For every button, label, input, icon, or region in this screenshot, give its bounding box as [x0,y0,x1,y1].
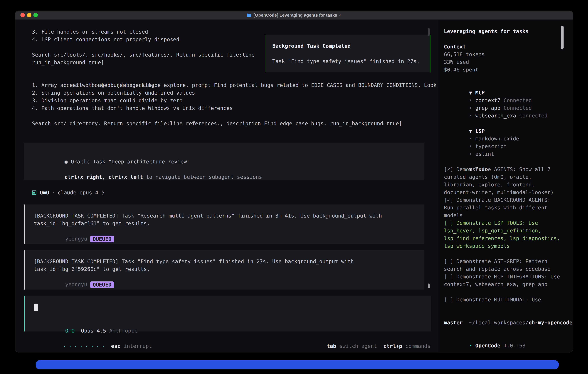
task-user: yeongyu [65,281,87,287]
titlebar[interactable]: [OpenCode] Leveraging agents for tasks ◐ [15,11,573,20]
task-message-line: [BACKGROUND TASK COMPLETED] Task "Resear… [34,212,424,219]
esc-keycap: esc [111,343,121,349]
model-selector-row[interactable]: OmOOpus 4.5Anthropic [34,319,137,327]
status-badge: QUEUED [90,281,114,288]
status-bar: · · · · · · · ·escinterrupt tabswitch ag… [15,334,438,342]
traffic-lights [21,11,38,20]
chat-scrollbar-thumb-lower[interactable] [428,283,430,288]
input-model-name: Opus 4.5 [81,328,106,334]
bullet-icon: • [469,136,472,142]
toast-title: Background Task Completed [272,42,430,50]
esc-key-label: interrupt [124,343,152,349]
mcp-name: context7 [475,97,500,103]
lsp-heading: LSP [475,128,485,134]
bullet-icon: • [469,143,472,149]
chevron-down-icon: ▼ [469,128,472,134]
todo-item: [ ] Demonstrate MULTIMODAL: Use [444,296,560,303]
log-line: 4. LSP client connections not properly d… [32,36,255,43]
window-title: [OpenCode] Leveraging agents for tasks ◐ [247,13,342,18]
log-line: 3. File handles or streams not closed [32,28,255,36]
bullet-icon: • [469,113,472,119]
lsp-name: typescript [475,143,507,149]
close-button[interactable] [21,13,25,17]
oracle-hint: ctrl+x right, ctrl+x left to navigate be… [33,166,424,173]
lsp-name: markdown-oxide [475,136,519,142]
minimize-button[interactable] [27,13,32,17]
tool-call-block: ⚙call_omo_agent [subagent_type=explore, … [32,74,449,127]
ctrlp-keycap: ctrl+p [383,343,402,349]
task-meta-row: yeongyuQUEUED [34,227,424,235]
toast-notification[interactable]: Background Task Completed Task "Find typ… [265,35,430,72]
log-line: Search src/tools/, src/hooks/, src/featu… [32,51,255,59]
mcp-section-header[interactable]: ▼MCP [444,81,560,89]
agent-header: OmO · claude-opus-4-5 [32,189,105,197]
context-spent: $0.46 spent [444,66,560,73]
ctrlp-key-label: commands [405,343,430,349]
agent-name: OmO [40,190,49,196]
workspace-path-prefix: ~/local-workspaces/ [469,320,528,326]
mcp-status: Connected [504,105,532,111]
todo-item: [ ] Demonstrate AST-GREP: Pattern search… [444,258,560,273]
task-message-line: [BACKGROUND TASK COMPLETED] Task "Find t… [34,258,424,265]
record-icon: ◉ [64,159,68,165]
tool-call-line: 4. Path operations that don't handle Win… [32,104,449,112]
todo-item: [✓] Demonstrate AGENTS: Show all 7 curat… [444,166,560,196]
lsp-name: eslint [475,151,494,157]
tab-key-label: switch agent [339,343,377,349]
task-meta-row: yeongyuQUEUED [34,273,424,280]
status-right: tabswitch agentctrl+pcommands [295,334,430,353]
chat-pane: 3. File handles or streams not closed 4.… [15,20,438,353]
window-title-text: [OpenCode] Leveraging agents for tasks [253,13,337,18]
tab-keycap: tab [327,343,336,349]
app-version: 1.0.163 [504,343,525,349]
background-task-card: [BACKGROUND TASK COMPLETED] Task "Find t… [24,250,424,290]
oracle-hint-keys: ctrl+x right, ctrl+x left [64,174,143,180]
oracle-title: Oracle Task "Deep architecture review" [71,159,190,165]
session-title: Leveraging agents for tasks [444,28,560,35]
todo-item: [✓] Demonstrate BACKGROUND AGENTS: Run p… [444,196,560,219]
todo-item: [ ] Demonstrate MCP INTEGRATIONS: Use co… [444,273,560,288]
mcp-status: Connected [519,113,547,119]
toast-body: Task "Find type safety issues" finished … [272,57,430,65]
todo-item-active: [ ] Demonstrate LSP TOOLS: Use lsp_hover… [444,219,560,250]
app-name: OpenCode [475,343,500,349]
terminal-window: [OpenCode] Leveraging agents for tasks ◐… [15,10,573,353]
sidebar: Leveraging agents for tasks Context 66,5… [438,20,573,353]
status-badge: QUEUED [90,236,114,242]
dock-bar[interactable] [36,360,559,369]
bullet-icon: • [469,151,472,157]
zoom-button[interactable] [33,13,38,17]
bullet-icon: • [469,343,472,349]
chat-scrollbar-thumb[interactable] [428,28,430,36]
context-heading: Context [444,43,560,51]
task-id-line: task_id="bg_6f59260c" to get results. [34,265,424,273]
folder-icon [247,13,252,17]
context-tokens: 66,518 tokens [444,51,560,58]
input-agent-name: OmO [65,328,75,334]
oracle-title-row: ◉Oracle Task "Deep architecture review" [33,150,424,158]
mcp-name: grep_app [475,105,500,111]
chevron-down-icon: ▼ [469,90,472,96]
sidebar-scrollbar-thumb[interactable] [561,26,564,49]
task-user: yeongyu [65,236,87,242]
separator-dot: · [52,190,55,196]
oracle-hint-rest: to navigate between subagent sessions [143,174,262,180]
oracle-task-card[interactable]: ◉Oracle Task "Deep architecture review" … [24,143,424,180]
prompt-input[interactable]: OmOOpus 4.5Anthropic [24,296,431,332]
background-task-card: [BACKGROUND TASK COMPLETED] Task "Resear… [24,205,424,244]
bullet-icon: • [469,105,472,111]
tool-call-header: ⚙call_omo_agent [subagent_type=explore, … [32,74,449,81]
mcp-name: websearch_exa [475,113,516,119]
context-used: 33% used [444,58,560,66]
log-line: run_in_background=true] [32,59,255,66]
tool-call-line: 3. Division operations that could divide… [32,97,449,104]
workspace-repo: oh-my-opencode: [528,320,573,326]
version-row: •OpenCode1.0.163 [444,334,560,342]
log-block: 3. File handles or streams not closed 4.… [32,28,255,66]
session-state-icon: ◐ [339,13,342,18]
agent-model: claude-opus-4-5 [58,190,105,196]
agent-square-icon [32,190,36,195]
task-id-line: task_id="bg_dcfac161" to get results. [34,219,424,227]
bullet-icon: • [469,97,472,103]
mcp-heading: MCP [475,90,485,96]
